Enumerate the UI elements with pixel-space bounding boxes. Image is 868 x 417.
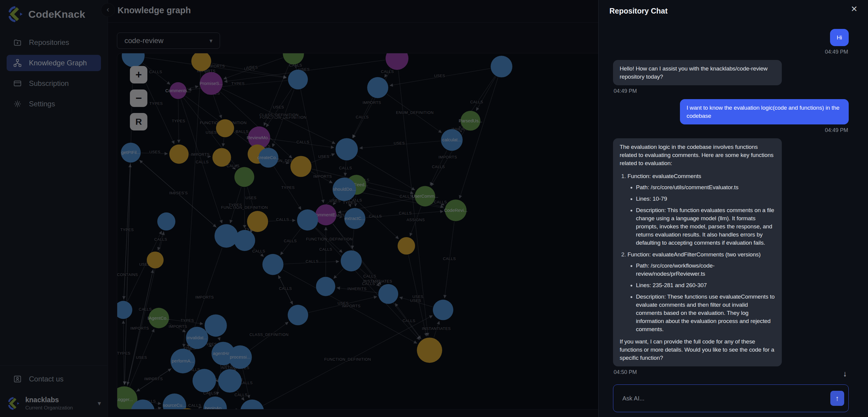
scroll-to-bottom-button[interactable]: ↓ [843,369,847,379]
arrow-down-icon: ↓ [843,369,847,378]
repository-chat-panel: Repository Chat ✕ Hi04:49 PMHello! How c… [598,0,868,417]
message-timestamp: 04:49 PM [614,88,637,94]
chat-input-container: ↑ [613,384,849,412]
close-icon: ✕ [851,4,858,13]
chat-bubble-user: I want to know the evaluation logic(code… [680,99,849,124]
app-root: CodeKnack Repositories Knowledge Graph [0,0,868,417]
message-timestamp: 04:50 PM [614,369,637,374]
chat-title: Repository Chat [610,7,668,15]
chat-bubble-assistant: Hello! How can I assist you with the kna… [613,60,782,85]
chat-message-list: Hi04:49 PMHello! How can I assist you wi… [613,19,849,374]
chat-input[interactable] [613,385,848,412]
message-timestamp: 04:49 PM [825,127,848,133]
arrow-up-icon: ↑ [835,394,839,403]
chat-input-area: ↑ [613,384,849,412]
send-button[interactable]: ↑ [830,391,844,406]
chat-bubble-assistant: The evaluation logic in the codebase inv… [613,138,782,366]
chat-bubble-user: Hi [830,29,849,46]
message-timestamp: 04:49 PM [825,49,848,55]
close-chat-button[interactable]: ✕ [848,3,860,15]
chat-header: Repository Chat ✕ [598,0,868,19]
